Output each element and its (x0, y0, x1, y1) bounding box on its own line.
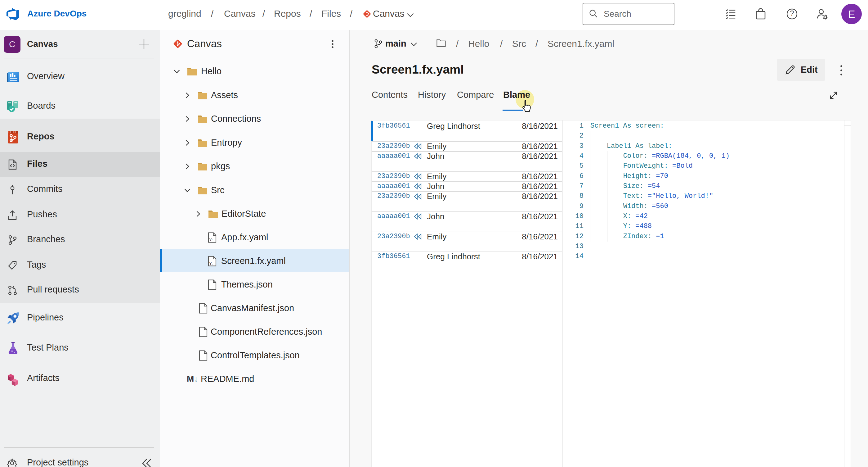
svg-text:Y:: Y: (209, 261, 213, 266)
svg-text:Y:: Y: (209, 237, 213, 242)
